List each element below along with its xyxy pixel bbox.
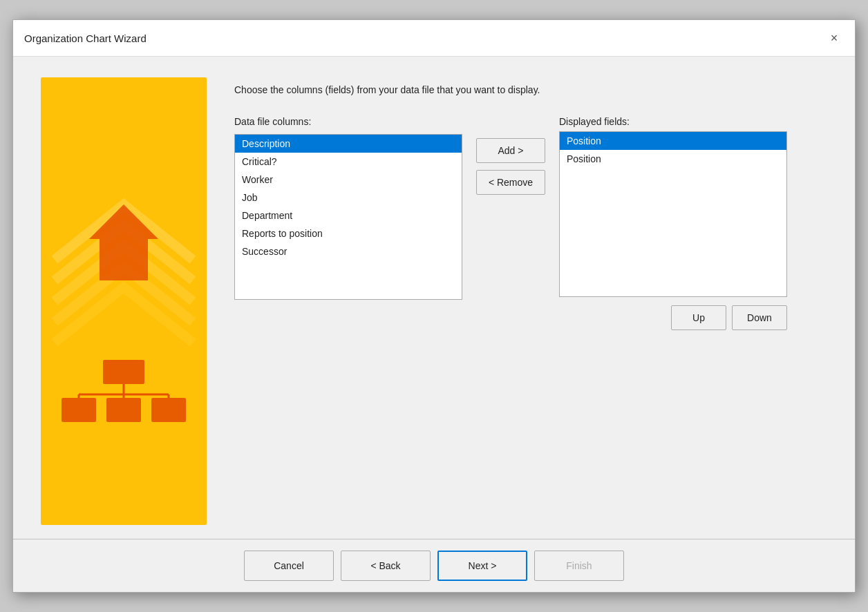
finish-button[interactable]: Finish <box>534 551 624 581</box>
dialog-body: Choose the columns (fields) from your da… <box>13 57 855 539</box>
data-columns-label: Data file columns: <box>234 116 462 127</box>
displayed-fields-section: Displayed fields: Position Position Up D… <box>559 116 787 330</box>
title-bar: Organization Chart Wizard × <box>13 20 855 57</box>
displayed-fields-listbox[interactable]: Position Position <box>559 131 787 297</box>
data-columns-listbox[interactable]: Description Critical? Worker Job Departm… <box>234 134 462 300</box>
mid-buttons: Add > < Remove <box>462 138 559 195</box>
list-item[interactable]: Position <box>560 150 786 168</box>
remove-button[interactable]: < Remove <box>476 170 545 195</box>
svg-rect-5 <box>106 398 141 422</box>
svg-rect-4 <box>62 398 96 422</box>
next-button[interactable]: Next > <box>437 551 527 581</box>
dialog-title: Organization Chart Wizard <box>24 32 147 44</box>
list-item[interactable]: Department <box>235 207 462 224</box>
wizard-illustration <box>41 77 207 525</box>
list-item[interactable]: Position <box>560 132 786 150</box>
list-item[interactable]: Job <box>235 189 462 207</box>
dialog-footer: Cancel < Back Next > Finish <box>13 539 855 592</box>
svg-rect-6 <box>151 398 186 422</box>
close-button[interactable]: × <box>824 28 844 48</box>
updown-buttons: Up Down <box>559 305 787 330</box>
list-item[interactable]: Critical? <box>235 153 462 171</box>
data-columns-section: Data file columns: Description Critical?… <box>234 116 462 300</box>
down-button[interactable]: Down <box>732 305 787 330</box>
list-item[interactable]: Description <box>235 135 462 153</box>
back-button[interactable]: < Back <box>341 551 431 581</box>
list-item[interactable]: Worker <box>235 171 462 189</box>
instruction-text: Choose the columns (fields) from your da… <box>234 84 690 95</box>
list-item[interactable]: Reports to position <box>235 224 462 242</box>
columns-section: Data file columns: Description Critical?… <box>234 116 827 330</box>
up-button[interactable]: Up <box>671 305 726 330</box>
displayed-fields-label: Displayed fields: <box>559 116 787 127</box>
dialog-window: Organization Chart Wizard × <box>12 19 856 593</box>
add-button[interactable]: Add > <box>476 138 545 163</box>
list-item[interactable]: Successor <box>235 242 462 260</box>
svg-rect-3 <box>103 360 144 384</box>
content-area: Choose the columns (fields) from your da… <box>41 77 827 525</box>
cancel-button[interactable]: Cancel <box>244 551 334 581</box>
right-content: Choose the columns (fields) from your da… <box>207 77 827 525</box>
svg-rect-2 <box>100 239 148 280</box>
